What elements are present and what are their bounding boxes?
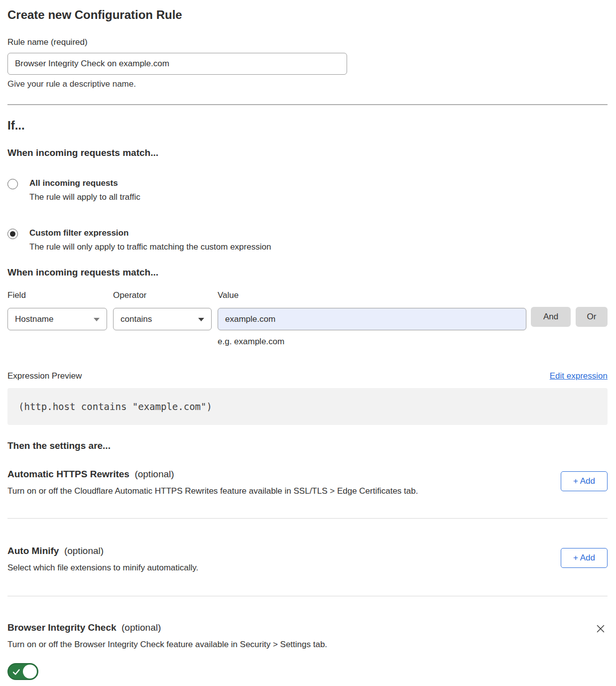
radio-label: Custom filter expression (29, 228, 271, 238)
radio-label: All incoming requests (29, 178, 140, 188)
chevron-down-icon (94, 318, 100, 321)
rule-name-input[interactable] (7, 53, 347, 75)
radio-selected-icon[interactable] (7, 229, 18, 239)
if-heading: If... (7, 119, 608, 133)
setting-description: Turn on or off the Browser Integrity Che… (7, 640, 327, 650)
create-configuration-rule-page: Create new Configuration Rule Rule name … (0, 0, 616, 682)
value-help: e.g. example.com (218, 337, 526, 347)
close-icon[interactable] (596, 624, 606, 634)
setting-divider (7, 596, 608, 596)
filter-builder-heading: When incoming requests match... (7, 267, 608, 278)
toggle-knob[interactable] (23, 665, 37, 679)
setting-title: Browser Integrity Check (7, 622, 117, 633)
or-button[interactable]: Or (576, 307, 608, 327)
add-auto-minify-button[interactable]: + Add (561, 548, 608, 568)
setting-optional-tag: (optional) (134, 469, 174, 479)
setting-description: Turn on or off the Cloudflare Automatic … (7, 486, 418, 496)
edit-expression-link[interactable]: Edit expression (550, 371, 608, 381)
operator-label: Operator (113, 290, 212, 300)
then-settings-heading: Then the settings are... (7, 440, 608, 451)
chevron-down-icon (198, 318, 204, 321)
setting-optional-tag: (optional) (122, 622, 161, 633)
field-label: Field (7, 290, 107, 300)
value-input[interactable] (218, 308, 526, 330)
radio-description: The rule will only apply to traffic matc… (29, 242, 271, 252)
filter-builder-row: Field Hostname Operator contains Value e… (7, 290, 608, 347)
value-label: Value (218, 290, 526, 300)
section-divider (7, 104, 608, 105)
page-title: Create new Configuration Rule (7, 8, 608, 22)
rule-name-help: Give your rule a descriptive name. (7, 79, 608, 89)
expression-preview-code: (http.host contains "example.com") (7, 388, 608, 425)
and-button[interactable]: And (531, 307, 571, 327)
field-select[interactable]: Hostname (7, 308, 107, 330)
expression-preview-label: Expression Preview (7, 371, 82, 381)
radio-option-custom-filter-expression[interactable]: Custom filter expression The rule will o… (7, 228, 608, 252)
radio-description: The rule will apply to all traffic (29, 192, 140, 202)
when-requests-match-heading: When incoming requests match... (7, 147, 608, 158)
check-icon (12, 668, 21, 677)
field-select-value: Hostname (15, 314, 53, 324)
add-automatic-https-rewrites-button[interactable]: + Add (561, 471, 608, 491)
setting-divider (7, 518, 608, 519)
operator-select-value: contains (121, 314, 152, 324)
radio-option-all-incoming-requests[interactable]: All incoming requests The rule will appl… (7, 178, 608, 202)
setting-title: Automatic HTTPS Rewrites (7, 469, 129, 479)
setting-auto-minify: Auto Minify (optional) Select which file… (7, 546, 608, 573)
setting-title: Auto Minify (7, 546, 59, 556)
setting-description: Select which file extensions to minify a… (7, 563, 198, 573)
radio-unselected-icon[interactable] (7, 179, 18, 189)
operator-select[interactable]: contains (113, 308, 212, 330)
browser-integrity-check-toggle[interactable] (7, 663, 38, 680)
rule-name-label: Rule name (required) (7, 37, 608, 47)
setting-browser-integrity-check: Browser Integrity Check (optional) Turn … (7, 622, 608, 682)
expression-preview-row: Expression Preview Edit expression (7, 371, 608, 381)
setting-automatic-https-rewrites: Automatic HTTPS Rewrites (optional) Turn… (7, 469, 608, 496)
setting-optional-tag: (optional) (64, 546, 104, 556)
